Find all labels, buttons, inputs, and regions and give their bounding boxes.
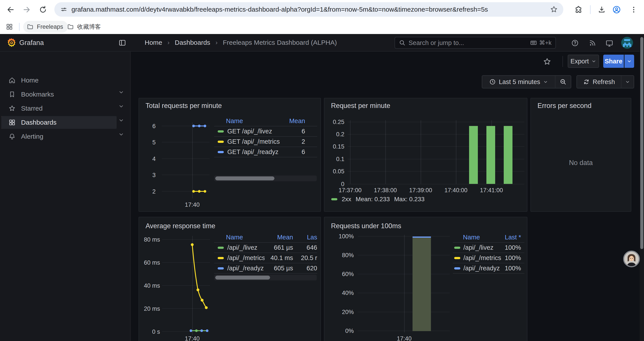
panel-title[interactable]: Total requests per minute [146, 102, 222, 110]
legend-row[interactable]: /api/_/metrics 100% [453, 253, 524, 263]
legend-row[interactable]: /api/_/livez 661 µs 646 [214, 243, 317, 253]
y-tick: 0% [331, 327, 354, 334]
legend-inline[interactable]: 2xx Mean: 0.233 Max: 0.233 [331, 196, 424, 203]
legend-row[interactable]: GET /api/_/metrics 2 [214, 137, 317, 147]
panel-avg-response-time: Average response time 80 ms 60 ms 40 ms … [138, 217, 321, 341]
series-name: GET /api/_/livez [227, 128, 302, 135]
sidebar-toggle-icon[interactable] [118, 39, 126, 47]
sidebar-item-dashboards[interactable]: Dashboards [1, 116, 116, 129]
screen: grafana.mathmast.com/d/deytv4rwavabkb/fr… [0, 0, 644, 341]
legend-row[interactable]: GET /api/_/livez 6 [214, 126, 317, 137]
legend-header-last[interactable]: Last * [505, 234, 521, 241]
share-button[interactable]: Share [603, 55, 624, 68]
home-icon [8, 77, 16, 84]
user-avatar[interactable] [621, 37, 633, 49]
brand-name[interactable]: Grafana [19, 39, 44, 47]
refresh-button[interactable]: Refresh [577, 76, 621, 88]
legend-scrollbar[interactable] [214, 275, 317, 280]
bar-2xx [486, 126, 495, 184]
share-menu-button[interactable] [624, 55, 634, 68]
panel-title[interactable]: Request per minute [331, 102, 390, 110]
series-mean: 6 [302, 148, 305, 156]
y-tick: 40 ms [139, 282, 160, 289]
legend-row[interactable]: /api/_/metrics 40.1 ms 20.5 r [214, 253, 317, 263]
panel-requests-under-100ms: Requests under 100ms 100% 80% 60% 40% 20… [324, 217, 528, 341]
legend-header-mean[interactable]: Mean [289, 117, 305, 125]
series-mean: 661 µs [264, 244, 293, 251]
legend-header-name[interactable]: Name [463, 234, 505, 241]
chevron-down-icon[interactable] [118, 117, 124, 123]
extensions-icon[interactable] [574, 6, 582, 14]
page-scrollbar[interactable] [640, 34, 644, 341]
browser-menu-icon[interactable] [630, 6, 638, 14]
series-name: GET /api/_/readyz [227, 148, 302, 156]
series-mean: 6 [302, 128, 305, 135]
series-color-pill [218, 257, 224, 259]
export-button[interactable]: Export [568, 55, 599, 68]
x-tick: 17:37:00 [338, 187, 362, 194]
url-text[interactable]: grafana.mathmast.com/d/deytv4rwavabkb/fr… [72, 6, 550, 13]
chevron-down-icon[interactable] [118, 131, 124, 137]
legend-header-name[interactable]: Name [226, 117, 289, 125]
series-last: 620 [293, 265, 317, 272]
grafana-logo-icon[interactable] [6, 38, 17, 48]
sidebar-item-starred[interactable]: Starred [1, 102, 116, 115]
refresh-interval-button[interactable] [622, 76, 634, 88]
monitor-icon[interactable] [606, 39, 613, 47]
breadcrumb-home[interactable]: Home [145, 39, 162, 46]
sidebar-item-alerting[interactable]: Alerting [1, 130, 116, 143]
reload-icon[interactable] [38, 5, 47, 14]
url-bar[interactable]: grafana.mathmast.com/d/deytv4rwavabkb/fr… [54, 2, 563, 17]
chevron-down-icon [592, 59, 596, 64]
site-info-icon[interactable] [60, 6, 68, 13]
series-color-pill [218, 141, 224, 143]
panel-title[interactable]: Errors per second [538, 102, 592, 110]
y-tick: 0.1 [324, 156, 344, 163]
rss-icon[interactable] [589, 39, 596, 47]
chevron-down-icon [627, 59, 632, 64]
y-tick: 20 ms [139, 305, 160, 312]
bookmark-folder-blogs[interactable]: 收藏博客 [67, 21, 101, 33]
chevron-down-icon[interactable] [118, 103, 124, 109]
sidebar-item-bookmarks[interactable]: Bookmarks [1, 88, 116, 101]
back-icon[interactable] [6, 5, 15, 14]
zoom-out-button[interactable] [556, 76, 571, 88]
downloads-icon[interactable] [598, 6, 606, 14]
y-tick: 2 [139, 188, 156, 195]
forward-icon[interactable] [22, 5, 31, 14]
sidebar-item-home[interactable]: Home [1, 74, 116, 87]
series-mean-stat: Mean: 0.233 [356, 196, 390, 203]
legend-header-last[interactable]: Las [293, 234, 317, 241]
legend-row[interactable]: /api/_/readyz 605 µs 620 [214, 263, 317, 274]
time-range-picker[interactable]: Last 5 minutes [482, 76, 555, 88]
panel-title[interactable]: Requests under 100ms [331, 222, 401, 230]
dashboards-grid-icon [8, 119, 16, 126]
x-tick: 17:40 [185, 201, 200, 208]
favorite-star-icon[interactable] [543, 57, 552, 66]
series-last: 100% [505, 265, 521, 272]
search-input[interactable]: Search or jump to... ⌘+k [394, 37, 556, 49]
profile-icon[interactable] [612, 6, 621, 14]
assistant-avatar[interactable] [623, 251, 640, 267]
bookmark-star-icon[interactable] [550, 5, 558, 14]
bookmark-folder-freeleaps[interactable]: Freeleaps [23, 21, 68, 33]
bookmarks-bar: Freeleaps 收藏博客 [0, 19, 644, 34]
chevron-down-icon[interactable] [118, 89, 124, 95]
y-tick: 0.25 [324, 119, 344, 126]
legend-row[interactable]: /api/_/readyz 100% [453, 263, 524, 274]
help-icon[interactable] [571, 39, 579, 47]
panel-title[interactable]: Average response time [146, 222, 215, 230]
legend-header-name[interactable]: Name [226, 234, 264, 241]
apps-grid-icon[interactable] [6, 23, 13, 31]
legend-row[interactable]: GET /api/_/readyz 6 [214, 147, 317, 157]
series-color-pill [218, 247, 224, 249]
folder-icon [27, 23, 34, 30]
legend-row[interactable]: /api/_/livez 100% [453, 243, 524, 253]
legend-scrollbar[interactable] [214, 176, 317, 181]
legend-table: Name Last * /api/_/livez 100% /api/_/met… [453, 232, 524, 274]
browser-toolbar: grafana.mathmast.com/d/deytv4rwavabkb/fr… [0, 0, 644, 19]
scrollbar-thumb[interactable] [640, 37, 643, 249]
legend-header-mean[interactable]: Mean [264, 234, 293, 241]
folder-icon [67, 23, 74, 30]
breadcrumb-dashboards[interactable]: Dashboards [175, 39, 210, 46]
